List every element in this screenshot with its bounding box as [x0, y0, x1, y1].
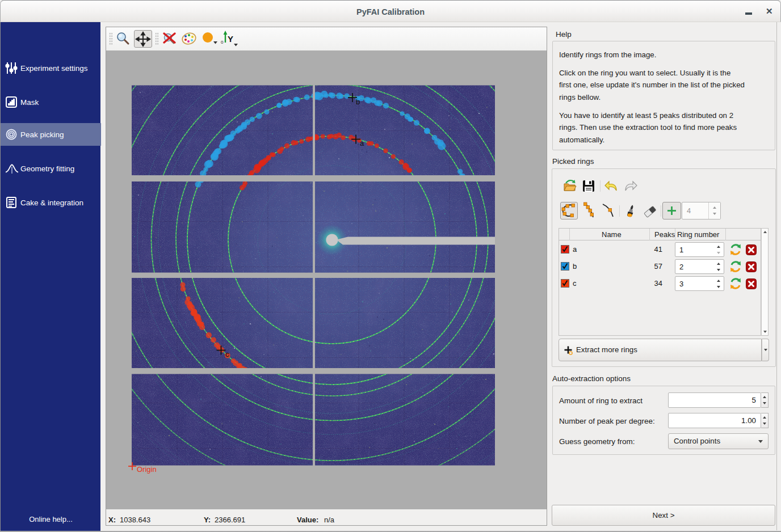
svg-text:b: b — [356, 98, 360, 106]
svg-text:0: 0 — [221, 40, 224, 45]
svg-text:a: a — [360, 139, 364, 147]
svg-text:Y: Y — [228, 34, 233, 44]
svg-text:Origin: Origin — [137, 465, 157, 474]
svg-text:c: c — [225, 350, 229, 358]
